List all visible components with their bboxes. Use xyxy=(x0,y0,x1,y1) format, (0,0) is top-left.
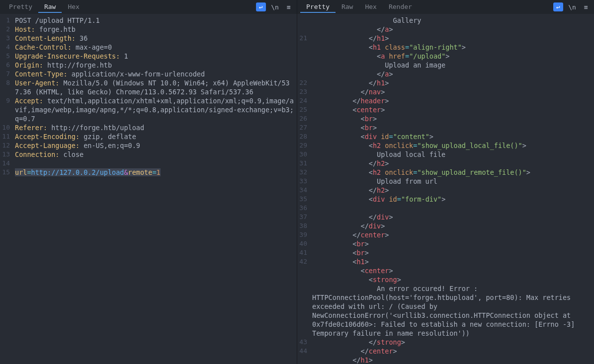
menu-icon[interactable]: ≡ xyxy=(284,2,294,11)
line-number xyxy=(297,70,307,78)
menu-icon[interactable]: ≡ xyxy=(581,2,591,11)
line-number: 15 xyxy=(0,168,10,177)
line-number: 43 xyxy=(297,338,307,347)
newline-icon[interactable]: \n xyxy=(270,2,280,11)
tab-pretty[interactable]: Pretty xyxy=(300,1,336,13)
line-number: 42 xyxy=(297,257,307,266)
code-line: <h2 onclick="show_upload_remote_file()"> xyxy=(312,168,594,177)
request-body[interactable]: url=http://127.0.0.2/upload&remote=1 xyxy=(15,168,297,177)
tab-raw[interactable]: Raw xyxy=(336,1,359,13)
line-number: 10 xyxy=(0,123,10,132)
line-number: 34 xyxy=(297,186,307,195)
wrap-icon[interactable]: ↩ xyxy=(553,2,563,11)
code-line: </a> xyxy=(312,70,594,78)
header-line: Origin: http://forge.htb xyxy=(15,61,297,70)
line-number: 9 xyxy=(0,96,10,123)
line-number xyxy=(297,16,307,25)
code-line: Upload from url xyxy=(312,177,594,186)
code-line: </nav> xyxy=(312,87,594,96)
line-number: 36 xyxy=(297,204,307,213)
response-lines[interactable]: Gallery </a> </h1> <h1 class="align-righ… xyxy=(310,16,594,364)
line-number: 6 xyxy=(0,61,10,70)
line-number: 14 xyxy=(0,159,10,168)
request-line: POST /upload HTTP/1.1 xyxy=(15,16,297,25)
line-number: 5 xyxy=(0,52,10,61)
request-pane: PrettyRawHex ↩ \n ≡ 12345678910111213141… xyxy=(0,0,297,364)
tab-pretty[interactable]: Pretty xyxy=(3,1,38,13)
tab-raw[interactable]: Raw xyxy=(38,1,62,13)
code-line: </h1> xyxy=(312,78,594,87)
code-line: <center> xyxy=(312,266,594,275)
tab-hex[interactable]: Hex xyxy=(62,1,85,13)
code-line: <br> xyxy=(312,114,594,123)
line-number xyxy=(297,52,307,61)
line-number: 40 xyxy=(297,239,307,248)
line-number xyxy=(297,275,307,284)
line-number: 3 xyxy=(0,34,10,43)
code-line: <h1> xyxy=(312,257,594,266)
line-number: 24 xyxy=(297,96,307,105)
line-number: 4 xyxy=(0,43,10,52)
code-line: </h1> xyxy=(312,34,594,43)
header-line: Content-Length: 36 xyxy=(15,34,297,43)
header-line: Cache-Control: max-age=0 xyxy=(15,43,297,52)
request-gutter: 123456789101112131415 xyxy=(0,16,13,364)
code-line: <div id="content"> xyxy=(312,132,594,141)
line-number: 12 xyxy=(0,141,10,150)
line-number xyxy=(297,266,307,275)
header-line: Host: forge.htb xyxy=(15,25,297,34)
line-number: 35 xyxy=(297,195,307,204)
code-line: </center> xyxy=(312,230,594,239)
code-line: </div> xyxy=(312,213,594,221)
code-line: <h2 onclick="show_upload_local_file()"> xyxy=(312,141,594,150)
code-line: </h1> xyxy=(312,356,594,364)
line-number: 22 xyxy=(297,78,307,87)
tab-render[interactable]: Render xyxy=(383,1,418,13)
code-line: </strong> xyxy=(312,338,594,347)
line-number: 11 xyxy=(0,132,10,141)
wrap-icon[interactable]: ↩ xyxy=(256,2,266,11)
request-code[interactable]: 123456789101112131415 POST /upload HTTP/… xyxy=(0,14,297,364)
line-number: 37 xyxy=(297,213,307,221)
code-line: <div id="form-div"> xyxy=(312,195,594,204)
line-number xyxy=(297,43,307,52)
newline-icon[interactable]: \n xyxy=(567,2,577,11)
code-line: <a href="/upload"> xyxy=(312,52,594,61)
header-line: Accept-Encoding: gzip, deflate xyxy=(15,132,297,141)
response-code[interactable]: 2122232425262728293031323334353637383940… xyxy=(297,14,594,364)
line-number: 27 xyxy=(297,123,307,132)
code-line: Upload an image xyxy=(312,61,594,70)
code-line: </h2> xyxy=(312,159,594,168)
header-line: Accept-Language: en-US,en;q=0.9 xyxy=(15,141,297,150)
header-line: Accept: text/html,application/xhtml+xml,… xyxy=(15,96,297,123)
header-line: Upgrade-Insecure-Requests: 1 xyxy=(15,52,297,61)
code-line: <center> xyxy=(312,105,594,114)
line-number: 44 xyxy=(297,347,307,356)
code-line: <strong> xyxy=(312,275,594,284)
response-tabbar: PrettyRawHexRender ↩ \n ≡ xyxy=(297,0,594,14)
line-number: 29 xyxy=(297,141,307,150)
line-number xyxy=(297,284,307,338)
code-line: </div> xyxy=(312,221,594,230)
code-line: <br> xyxy=(312,248,594,257)
code-line: </center> xyxy=(312,347,594,356)
line-number: 1 xyxy=(0,16,10,25)
line-number xyxy=(297,356,307,364)
code-line: </a> xyxy=(312,25,594,34)
line-number: 26 xyxy=(297,114,307,123)
code-line xyxy=(312,204,594,213)
code-line: <br> xyxy=(312,123,594,132)
response-pane: PrettyRawHexRender ↩ \n ≡ 21222324252627… xyxy=(297,0,594,364)
header-line: User-Agent: Mozilla/5.0 (Windows NT 10.0… xyxy=(15,78,297,96)
code-line: </header> xyxy=(312,96,594,105)
line-number xyxy=(297,25,307,34)
tab-hex[interactable]: Hex xyxy=(359,1,382,13)
line-number: 30 xyxy=(297,150,307,159)
line-number: 7 xyxy=(0,70,10,78)
line-number: 38 xyxy=(297,221,307,230)
line-number: 32 xyxy=(297,168,307,177)
request-lines[interactable]: POST /upload HTTP/1.1Host: forge.htbCont… xyxy=(13,16,297,364)
line-number: 13 xyxy=(0,150,10,159)
line-number: 21 xyxy=(297,34,307,43)
line-number: 41 xyxy=(297,248,307,257)
